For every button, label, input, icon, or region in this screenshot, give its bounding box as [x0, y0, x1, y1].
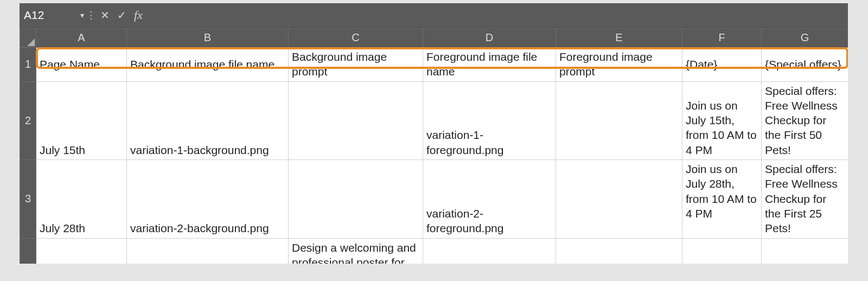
- cell-D2[interactable]: variation-1-foreground.png: [423, 81, 556, 159]
- cell-E1[interactable]: Foreground image prompt: [556, 48, 682, 82]
- cell-F3[interactable]: Join us on July 28th, from 10 AM to 4 PM: [682, 160, 762, 238]
- cell-G4[interactable]: [762, 238, 848, 264]
- cell-D1[interactable]: Foreground image file name: [423, 48, 556, 82]
- triangle-icon: [27, 39, 35, 46]
- table-row: 2 July 15th variation-1-background.png v…: [20, 81, 848, 159]
- table-row: 3 July 28th variation-2-background.png v…: [20, 160, 848, 238]
- name-box-value: A12: [24, 9, 44, 22]
- cell-C1[interactable]: Background image prompt: [289, 48, 423, 82]
- grid[interactable]: A B C D E F G 1 Page Name Background ima…: [20, 28, 848, 264]
- cell-C2[interactable]: [289, 81, 423, 159]
- formula-bar-controls: ✕ ✓ fx: [95, 3, 148, 27]
- cell-B3[interactable]: variation-2-background.png: [127, 160, 289, 238]
- row-header-4[interactable]: [20, 238, 36, 264]
- cell-C4[interactable]: Design a welcoming and professional post…: [289, 238, 423, 264]
- cell-F4[interactable]: [682, 238, 762, 264]
- col-header-G[interactable]: G: [762, 28, 848, 48]
- cell-F2[interactable]: Join us on July 15th, from 10 AM to 4 PM: [682, 81, 762, 159]
- formula-input[interactable]: [148, 3, 848, 27]
- cell-A4[interactable]: [36, 238, 127, 264]
- cell-A1[interactable]: Page Name: [36, 48, 127, 82]
- select-all-corner[interactable]: [20, 28, 36, 48]
- col-header-D[interactable]: D: [423, 28, 556, 48]
- col-header-F[interactable]: F: [682, 28, 762, 48]
- cell-E3[interactable]: [556, 160, 682, 238]
- cancel-icon[interactable]: ✕: [100, 9, 110, 22]
- chevron-down-icon[interactable]: ▾: [80, 11, 84, 20]
- cell-A2[interactable]: July 15th: [36, 81, 127, 159]
- name-box[interactable]: A12 ▾: [20, 3, 87, 27]
- enter-icon[interactable]: ✓: [117, 9, 126, 22]
- fx-icon[interactable]: fx: [134, 8, 143, 22]
- cell-C3[interactable]: [289, 160, 423, 238]
- formula-bar: A12 ▾ ⋮ ✕ ✓ fx: [20, 3, 848, 28]
- row-header-1[interactable]: 1: [20, 48, 36, 82]
- divider: ⋮: [87, 3, 95, 27]
- cell-D3[interactable]: variation-2-foreground.png: [423, 160, 556, 238]
- col-header-B[interactable]: B: [127, 28, 289, 48]
- cell-A3[interactable]: July 28th: [36, 160, 127, 238]
- cell-B2[interactable]: variation-1-background.png: [127, 81, 289, 159]
- spreadsheet: A12 ▾ ⋮ ✕ ✓ fx A B C D E F G: [20, 3, 848, 264]
- cell-E4[interactable]: [556, 238, 682, 264]
- cell-E2[interactable]: [556, 81, 682, 159]
- col-header-C[interactable]: C: [289, 28, 423, 48]
- cell-G1[interactable]: {Special offers}: [762, 48, 848, 82]
- column-header-row: A B C D E F G: [20, 28, 848, 48]
- cell-G3[interactable]: Special offers: Free Wellness Checkup fo…: [762, 160, 848, 238]
- cell-G2[interactable]: Special offers: Free Wellness Checkup fo…: [762, 81, 848, 159]
- table-row: Design a welcoming and professional post…: [20, 238, 848, 264]
- col-header-A[interactable]: A: [36, 28, 127, 48]
- col-header-E[interactable]: E: [556, 28, 682, 48]
- table-row: 1 Page Name Background image file name B…: [20, 48, 848, 82]
- cell-F1[interactable]: {Date}: [682, 48, 762, 82]
- cell-D4[interactable]: [423, 238, 556, 264]
- cell-B4[interactable]: [127, 238, 289, 264]
- row-header-3[interactable]: 3: [20, 160, 36, 238]
- cell-B1[interactable]: Background image file name: [127, 48, 289, 82]
- row-header-2[interactable]: 2: [20, 81, 36, 159]
